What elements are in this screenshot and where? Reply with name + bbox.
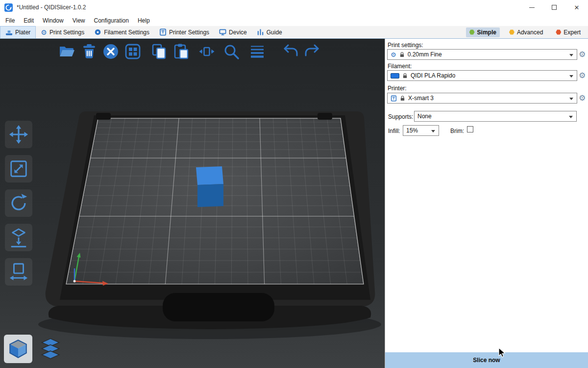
chevron-down-icon [569, 75, 573, 78]
printer-combo[interactable]: X-smart 3 [387, 93, 577, 104]
supports-value: None [417, 113, 432, 120]
tab-plater[interactable]: Plater [0, 26, 36, 38]
flatten-tool-button[interactable] [5, 224, 32, 251]
copy-icon [150, 43, 168, 60]
brim-checkbox[interactable] [467, 126, 473, 132]
lock-icon [400, 95, 405, 102]
mode-label: Simple [477, 29, 496, 36]
mode-advanced[interactable]: Advanced [506, 27, 546, 37]
slice-now-button[interactable]: Slice now [385, 352, 588, 368]
redo-icon [303, 43, 320, 60]
menu-window[interactable]: Window [38, 16, 68, 26]
mirror-tool-button[interactable] [5, 258, 32, 286]
print-settings-combo[interactable]: ⚙ 0.20mm Fine [387, 49, 577, 60]
gear-icon: ⚙ [391, 52, 396, 58]
tab-device[interactable]: Device [214, 26, 252, 38]
arrange-button[interactable] [124, 43, 142, 60]
maximize-icon [552, 5, 557, 10]
infill-value: 15% [406, 127, 418, 134]
rotate-tool-icon [8, 193, 29, 213]
tab-label: Printer Settings [169, 29, 209, 36]
tray-handle-recess [163, 293, 274, 321]
move-tool-icon [8, 124, 29, 145]
split-button[interactable] [198, 43, 216, 60]
bed-clip [96, 113, 111, 120]
device-icon [219, 28, 226, 36]
3d-view-button[interactable] [4, 335, 32, 363]
scale-tool-button[interactable] [5, 155, 32, 183]
search-icon [222, 43, 240, 60]
tab-print-settings[interactable]: ⚙ Print Settings [36, 26, 89, 38]
menu-edit[interactable]: Edit [19, 16, 38, 26]
menu-file[interactable]: File [1, 16, 19, 26]
mode-expert[interactable]: Expert [552, 27, 584, 37]
maximize-button[interactable] [543, 0, 565, 15]
tab-label: Plater [15, 29, 30, 36]
tab-guide[interactable]: Guide [252, 26, 287, 38]
preview-layers-button[interactable] [36, 335, 65, 363]
delete-all-icon [102, 43, 120, 60]
supports-combo[interactable]: None [414, 111, 577, 122]
scale-tool-icon [8, 158, 29, 179]
mode-simple[interactable]: Simple [466, 27, 500, 37]
tab-label: Filament Settings [104, 29, 149, 36]
filament-icon [94, 28, 101, 36]
menu-view[interactable]: View [68, 16, 90, 26]
tab-label: Guide [267, 29, 282, 36]
viewport-3d[interactable] [0, 39, 385, 368]
model-cube[interactable] [196, 166, 223, 207]
open-button[interactable] [58, 43, 75, 60]
minimize-button[interactable] [520, 0, 543, 15]
print-settings-gear-button[interactable]: ⚙ [579, 51, 586, 58]
app-window: *Untitled - QIDISlicer-1.0.2 ✕ File Edit… [0, 0, 588, 368]
sidebar: Print settings: ⚙ 0.20mm Fine ⚙ Filament… [385, 39, 588, 368]
undo-icon [282, 43, 300, 60]
minimize-icon [529, 7, 535, 8]
mode-label: Advanced [517, 29, 543, 36]
undo-button[interactable] [282, 43, 300, 60]
paste-icon [172, 43, 190, 60]
printer-gear-button[interactable]: ⚙ [579, 94, 586, 102]
simple-mode-icon [469, 29, 475, 35]
rotate-tool-button[interactable] [5, 189, 32, 217]
chevron-down-icon [569, 98, 573, 100]
copy-button[interactable] [150, 43, 168, 60]
tab-filament-settings[interactable]: Filament Settings [89, 26, 154, 38]
advanced-mode-icon [509, 29, 514, 35]
printer-label: Printer: [388, 85, 407, 92]
paste-button[interactable] [172, 43, 190, 60]
filament-combo[interactable]: QIDI PLA Rapido [387, 70, 577, 81]
arrange-icon [124, 43, 142, 60]
chevron-down-icon [431, 130, 435, 132]
menu-configuration[interactable]: Configuration [90, 16, 133, 26]
print-settings-label: Print settings: [388, 42, 423, 49]
layers-height-button[interactable] [248, 43, 266, 60]
move-tool-button[interactable] [5, 121, 32, 148]
infill-combo[interactable]: 15% [403, 125, 439, 136]
menu-help[interactable]: Help [133, 16, 154, 26]
plater-icon [5, 29, 13, 36]
filament-color-swatch [391, 73, 399, 79]
delete-all-button[interactable] [102, 43, 120, 60]
print-settings-value: 0.20mm Fine [408, 51, 442, 58]
filament-value: QIDI PLA Rapido [411, 72, 455, 79]
lock-icon [402, 73, 408, 79]
search-button[interactable] [222, 43, 240, 60]
flatten-tool-icon [8, 227, 29, 248]
tab-printer-settings[interactable]: Printer Settings [154, 26, 214, 38]
guide-icon [257, 28, 264, 36]
mode-label: Expert [564, 29, 581, 36]
infill-label: Infill: [388, 128, 400, 134]
titlebar: *Untitled - QIDISlicer-1.0.2 ✕ [0, 0, 588, 15]
redo-button[interactable] [303, 43, 320, 60]
mode-selector: Simple Advanced Expert [466, 26, 588, 38]
app-logo-icon [4, 3, 13, 12]
filament-gear-button[interactable]: ⚙ [579, 72, 586, 79]
close-button[interactable]: ✕ [565, 0, 588, 15]
tabbar: Plater ⚙ Print Settings Filament Setting… [0, 26, 588, 39]
mirror-tool-icon [8, 262, 29, 282]
3d-scene[interactable] [0, 39, 385, 368]
delete-button[interactable] [80, 43, 98, 60]
bed-clip [318, 113, 332, 120]
printer-icon [391, 95, 397, 102]
